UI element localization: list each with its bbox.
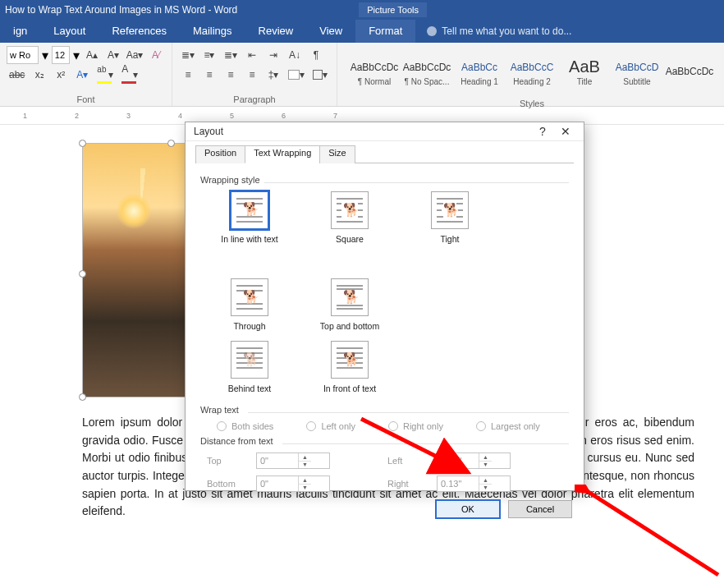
tab-design[interactable]: ign [0,20,40,43]
line-spacing-button[interactable]: ‡▾ [264,66,282,84]
tab-format[interactable]: Format [355,20,415,43]
dialog-tab-size[interactable]: Size [319,145,355,163]
resize-handle[interactable] [79,270,86,278]
ok-button[interactable]: OK [436,500,500,518]
bottom-spinner[interactable]: ▲▼ [256,475,330,492]
group-label-paragraph: Paragraph [179,93,330,104]
radio-left-only[interactable]: Left only [306,421,355,431]
wrap-option-in-front[interactable]: 🐕 In front of text [317,341,383,393]
font-color-button[interactable]: A▾ [119,66,140,84]
shading-button[interactable]: ▾ [286,66,307,84]
wrap-option-inline[interactable]: 🐕 In line with text [217,191,282,244]
dropdown-icon[interactable]: ▾ [42,48,48,63]
style-heading1[interactable]: AaBbCcHeading 1 [454,49,505,94]
svg-text:🐕: 🐕 [243,289,259,305]
resize-handle[interactable] [79,393,86,401]
sort-button[interactable]: A↓ [286,46,304,64]
radio-right-only[interactable]: Right only [388,421,443,431]
wrap-option-through[interactable]: 🐕 Through [217,278,282,331]
subscript-button[interactable]: x₂ [30,66,48,84]
align-center-button[interactable]: ≡ [200,66,218,84]
help-button[interactable]: ? [531,122,554,140]
tell-me-text: Tell me what you want to do... [442,25,571,37]
group-label-font: Font [7,93,165,104]
borders-button[interactable]: ▾ [310,66,330,84]
lightbulb-icon [427,26,437,36]
font-name-combo[interactable]: w Ro [7,46,39,64]
top-spinner[interactable]: ▲▼ [256,452,330,469]
bullets-button[interactable]: ≣▾ [179,46,197,64]
radio-largest-only[interactable]: Largest only [476,421,540,431]
ribbon: w Ro ▾ 12 ▾ A▴ A▾ Aa▾ A⁄ abc x₂ x² A▾ ab… [0,43,724,107]
style-no-spacing[interactable]: AaBbCcDc¶ No Spac... [401,49,452,94]
styles-gallery[interactable]: AaBbCcDc¶ Normal AaBbCcDc¶ No Spac... Aa… [344,46,720,97]
ribbon-tabs: ign Layout References Mailings Review Vi… [0,20,724,43]
align-left-button[interactable]: ≡ [179,66,197,84]
font-size-combo[interactable]: 12 [52,46,70,64]
decrease-indent-button[interactable]: ⇤ [243,46,261,64]
dropdown-icon[interactable]: ▾ [73,48,80,63]
strike-button[interactable]: abc [7,66,27,84]
wrap-option-square[interactable]: 🐕 Square [317,191,383,244]
tab-references[interactable]: References [99,20,179,43]
wrap-option-tight[interactable]: 🐕 Tight [417,191,483,244]
style-normal[interactable]: AaBbCcDc¶ Normal [349,49,400,94]
numbering-button[interactable]: ≡▾ [200,46,218,64]
justify-button[interactable]: ≡ [243,66,261,84]
tab-review[interactable]: Review [245,20,307,43]
svg-text:🐕: 🐕 [243,201,259,217]
highlight-button[interactable]: ab▾ [94,66,116,84]
title-bar: How to Wrap Text Around Images in MS Wor… [0,0,724,43]
ribbon-group-font: w Ro ▾ 12 ▾ A▴ A▾ Aa▾ A⁄ abc x₂ x² A▾ ab… [0,43,172,106]
left-spinner[interactable]: ▲▼ [437,452,511,469]
multilevel-list-button[interactable]: ≣▾ [222,46,240,64]
change-case-button[interactable]: Aa▾ [126,46,144,64]
group-label-styles: Styles [344,97,720,108]
wrap-text-label: Wrap text [200,405,569,415]
tab-mailings[interactable]: Mailings [180,20,245,43]
tab-view[interactable]: View [306,20,355,43]
image-content [116,193,152,229]
style-title[interactable]: AaBTitle [559,49,610,94]
right-spinner[interactable]: ▲▼ [437,475,511,492]
window-title: How to Wrap Text Around Images in MS Wor… [5,4,237,16]
layout-dialog: Layout ? ✕ Position Text Wrapping Size W… [185,122,584,491]
show-marks-button[interactable]: ¶ [307,46,325,64]
contextual-tab-group: Picture Tools [359,2,427,17]
svg-text:🐕: 🐕 [343,351,360,367]
dialog-tab-text-wrapping[interactable]: Text Wrapping [245,145,320,163]
radio-both-sides[interactable]: Both sides [217,421,273,431]
clear-formatting-button[interactable]: A⁄ [147,46,165,64]
svg-text:🐕: 🐕 [443,202,460,218]
distance-label: Distance from text [200,436,569,446]
style-heading2[interactable]: AaBbCcCHeading 2 [506,49,557,94]
svg-text:🐕: 🐕 [343,202,360,218]
tell-me[interactable]: Tell me what you want to do... [427,25,571,37]
cancel-button[interactable]: Cancel [508,500,572,518]
right-label: Right [387,479,437,489]
wrap-option-behind[interactable]: 🐕 Behind text [217,341,282,393]
style-extra[interactable]: AaBbCcDc [664,49,715,94]
dialog-titlebar[interactable]: Layout ? ✕ [186,122,584,141]
wrap-option-top-bottom[interactable]: 🐕 Top and bottom [317,278,383,331]
dialog-tabs: Position Text Wrapping Size [195,145,574,163]
svg-text:🐕: 🐕 [343,289,360,305]
svg-text:🐕: 🐕 [243,351,259,367]
shrink-font-button[interactable]: A▾ [104,46,122,64]
wrapping-style-label: Wrapping style [200,175,569,185]
dialog-tab-position[interactable]: Position [195,145,245,163]
close-button[interactable]: ✕ [554,122,577,140]
resize-handle[interactable] [167,140,175,147]
resize-handle[interactable] [79,140,86,147]
left-label: Left [387,456,437,466]
top-label: Top [207,456,256,466]
style-subtitle[interactable]: AaBbCcDSubtitle [612,49,662,94]
increase-indent-button[interactable]: ⇥ [264,46,282,64]
bottom-label: Bottom [207,479,256,489]
text-effects-button[interactable]: A▾ [73,66,91,84]
tab-layout[interactable]: Layout [40,20,99,43]
align-right-button[interactable]: ≡ [222,66,240,84]
dialog-title: Layout [194,126,223,137]
superscript-button[interactable]: x² [52,66,70,84]
grow-font-button[interactable]: A▴ [83,46,101,64]
